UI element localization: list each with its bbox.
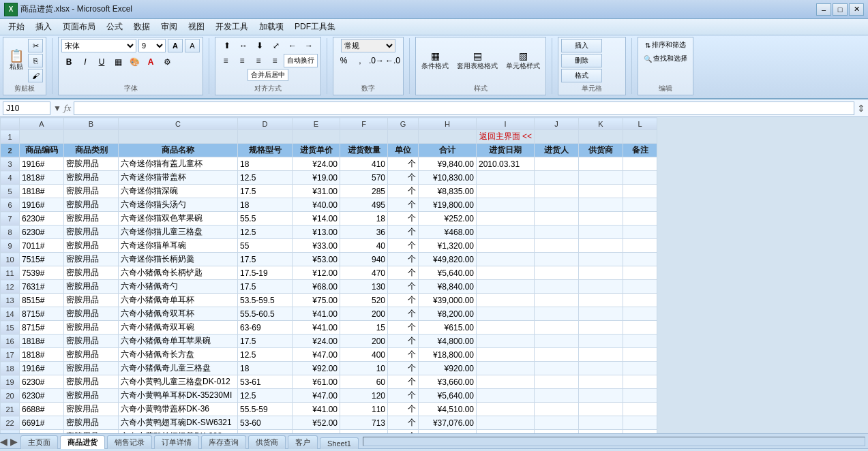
cell-B1[interactable] — [64, 130, 119, 144]
cell-K7[interactable] — [579, 212, 623, 226]
auto-wrap-button[interactable]: 自动换行 — [284, 54, 318, 67]
cell-B19[interactable]: 密胺用品 — [64, 375, 119, 389]
cell-E5[interactable]: ¥31.00 — [293, 185, 340, 198]
cell-K1[interactable] — [579, 130, 623, 144]
cell-A16[interactable]: 1818# — [20, 335, 64, 348]
comma-button[interactable]: , — [353, 54, 368, 67]
cell-A19[interactable]: 6230# — [20, 375, 64, 389]
menu-developer[interactable]: 开发工具 — [210, 20, 254, 34]
cell-K9[interactable] — [579, 239, 623, 253]
cell-H13[interactable]: ¥39,000.00 — [419, 294, 477, 307]
cell-D12[interactable]: 17.5 — [238, 280, 293, 294]
cell-D4[interactable]: 12.5 — [238, 171, 293, 185]
cell-J22[interactable] — [535, 416, 579, 430]
cell-L9[interactable] — [623, 239, 657, 253]
indent-dec-button[interactable]: ← — [285, 39, 300, 52]
cell-F14[interactable]: 200 — [340, 307, 388, 321]
cell-A4[interactable]: 1818# — [20, 171, 64, 185]
cell-D9[interactable]: 55 — [238, 239, 293, 253]
col-header-H[interactable]: H — [419, 118, 477, 130]
horizontal-scrollbar[interactable] — [363, 437, 865, 446]
cell-E7[interactable]: ¥14.00 — [293, 212, 340, 226]
cell-A5[interactable]: 1818# — [20, 185, 64, 198]
cell-G13[interactable]: 个 — [388, 294, 419, 307]
align-right-button[interactable]: ≡ — [251, 54, 266, 67]
cell-G2[interactable]: 单位 — [388, 144, 419, 157]
align-bottom-button[interactable]: ⬇ — [252, 39, 267, 52]
bold-button[interactable]: B — [61, 55, 76, 69]
cell-G15[interactable]: 个 — [388, 321, 419, 335]
cell-G8[interactable]: 个 — [388, 226, 419, 239]
cell-I17[interactable] — [477, 348, 535, 362]
insert-cells-button[interactable]: 插入 — [561, 39, 602, 52]
cell-G9[interactable]: 个 — [388, 239, 419, 253]
cell-C2[interactable]: 商品名称 — [119, 144, 238, 157]
cell-J23[interactable] — [535, 430, 579, 434]
col-header-A[interactable]: A — [20, 118, 64, 130]
cell-A12[interactable]: 7631# — [20, 280, 64, 294]
cell-L6[interactable] — [623, 198, 657, 212]
cell-L10[interactable] — [623, 253, 657, 266]
cell-B15[interactable]: 密胺用品 — [64, 321, 119, 335]
cell-C9[interactable]: 六奇迷你猫单耳碗 — [119, 239, 238, 253]
cell-D15[interactable]: 63-69 — [238, 321, 293, 335]
cell-A9[interactable]: 7011# — [20, 239, 64, 253]
cell-K3[interactable] — [579, 157, 623, 171]
col-header-F[interactable]: F — [340, 118, 388, 130]
cell-F16[interactable]: 200 — [340, 335, 388, 348]
cell-E2[interactable]: 进货单价 — [293, 144, 340, 157]
cell-D20[interactable]: 12.5 — [238, 389, 293, 403]
cell-C5[interactable]: 六奇迷你猫深碗 — [119, 185, 238, 198]
format-painter-button[interactable]: 🖌 — [28, 69, 43, 82]
cell-A22[interactable]: 6691# — [20, 416, 64, 430]
cell-K19[interactable] — [579, 375, 623, 389]
delete-cells-button[interactable]: 删除 — [561, 54, 602, 67]
cell-K13[interactable] — [579, 294, 623, 307]
cell-I3[interactable]: 2010.03.31 — [477, 157, 535, 171]
cell-G17[interactable]: 个 — [388, 348, 419, 362]
cell-H15[interactable]: ¥615.00 — [419, 321, 477, 335]
cell-I9[interactable] — [477, 239, 535, 253]
cell-H17[interactable]: ¥18,800.00 — [419, 348, 477, 362]
cell-G11[interactable]: 个 — [388, 266, 419, 280]
cell-L1[interactable] — [623, 130, 657, 144]
cell-H11[interactable]: ¥5,640.00 — [419, 266, 477, 280]
cell-L22[interactable] — [623, 416, 657, 430]
cell-A21[interactable]: 6688# — [20, 403, 64, 416]
cell-I23[interactable] — [477, 430, 535, 434]
cell-L21[interactable] — [623, 403, 657, 416]
cell-L15[interactable] — [623, 321, 657, 335]
cell-H22[interactable]: ¥37,076.00 — [419, 416, 477, 430]
cell-J10[interactable] — [535, 253, 579, 266]
cell-B17[interactable]: 密胺用品 — [64, 348, 119, 362]
cell-G12[interactable]: 个 — [388, 280, 419, 294]
cell-D6[interactable]: 18 — [238, 198, 293, 212]
cell-D19[interactable]: 53-61 — [238, 375, 293, 389]
cell-E22[interactable]: ¥52.00 — [293, 416, 340, 430]
cell-D2[interactable]: 规格型号 — [238, 144, 293, 157]
decrease-font-button[interactable]: A — [185, 39, 200, 52]
cell-F15[interactable]: 15 — [340, 321, 388, 335]
expand-formula-icon[interactable]: ⇕ — [857, 103, 865, 114]
formula-input[interactable] — [74, 102, 854, 115]
cell-B21[interactable]: 密胺用品 — [64, 403, 119, 416]
cell-F22[interactable]: 713 — [340, 416, 388, 430]
col-header-K[interactable]: K — [579, 118, 623, 130]
menu-page-layout[interactable]: 页面布局 — [57, 20, 101, 34]
cell-C13[interactable]: 六奇小猪佩奇单耳杯 — [119, 294, 238, 307]
cell-G5[interactable]: 个 — [388, 185, 419, 198]
cell-F10[interactable]: 940 — [340, 253, 388, 266]
menu-data[interactable]: 数据 — [128, 20, 155, 34]
cell-A13[interactable]: 8515# — [20, 294, 64, 307]
cell-J21[interactable] — [535, 403, 579, 416]
cell-G23[interactable]: 个 — [388, 430, 419, 434]
cut-button[interactable]: ✂ — [28, 39, 43, 52]
cell-L19[interactable] — [623, 375, 657, 389]
cell-I21[interactable] — [477, 403, 535, 416]
cell-D14[interactable]: 55.5-60.5 — [238, 307, 293, 321]
cell-H23[interactable]: ¥34,500.00 — [419, 430, 477, 434]
increase-font-button[interactable]: A — [168, 39, 183, 52]
cell-J19[interactable] — [535, 375, 579, 389]
cell-C11[interactable]: 六奇小猪佩奇长柄铲匙 — [119, 266, 238, 280]
col-header-D[interactable]: D — [238, 118, 293, 130]
